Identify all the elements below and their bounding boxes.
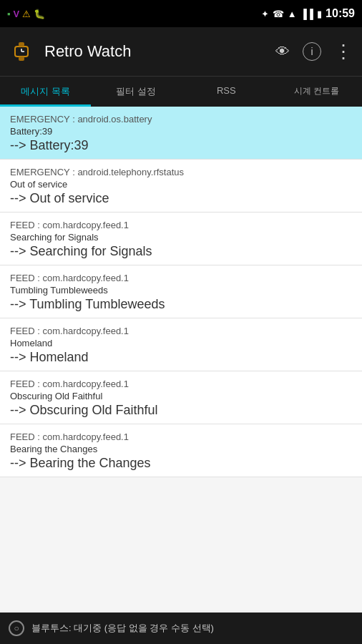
list-item[interactable]: FEED : com.hardcopy.feed.1 Tumbling Tumb… <box>0 265 362 318</box>
message-content: Tumbling Tumbleweeds <box>10 285 352 296</box>
app-bar-actions: 👁 i ⋮ <box>275 41 353 63</box>
status-left-icons: ▪ V ⚠ 🐛 <box>7 9 45 19</box>
message-arrow: --> Obscuring Old Faithful <box>10 403 352 418</box>
icon-green-square: ▪ <box>7 9 11 19</box>
bluetooth-status-icon: ○ <box>9 620 24 636</box>
message-arrow: --> Searching for Signals <box>10 244 352 259</box>
status-bar: ▪ V ⚠ 🐛 ✦ ☎ ▲ ▐▐ ▮ 10:59 <box>0 0 362 27</box>
message-content: Homeland <box>10 338 352 348</box>
app-bar: Retro Watch 👁 i ⋮ <box>0 27 362 76</box>
message-source: FEED : com.hardcopy.feed.1 <box>10 431 352 442</box>
bluetooth-icon: ✦ <box>261 9 269 19</box>
more-menu-button[interactable]: ⋮ <box>334 41 353 63</box>
message-arrow: --> Bearing the Changes <box>10 456 352 471</box>
app-title: Retro Watch <box>44 42 265 61</box>
message-list: EMERGENCY : android.os.battery Battery:3… <box>0 107 362 610</box>
tab-bar: 메시지 목록 필터 설정 RSS 시계 컨트롤 <box>0 76 362 107</box>
icon-bug: 🐛 <box>34 9 45 19</box>
message-source: EMERGENCY : android.telephony.rfstatus <box>10 167 352 177</box>
bottom-bar: ○ 블루투스: 대기중 (응답 없을 경우 수동 선택) <box>0 613 362 644</box>
message-arrow: --> Tumbling Tumbleweeds <box>10 297 352 312</box>
message-source: EMERGENCY : android.os.battery <box>10 114 352 125</box>
list-item[interactable]: EMERGENCY : android.os.battery Battery:3… <box>0 107 362 160</box>
wifi-icon: ▲ <box>288 9 297 19</box>
message-content: Obscuring Old Faithful <box>10 391 352 401</box>
phone-icon: ☎ <box>273 9 284 19</box>
list-item[interactable]: FEED : com.hardcopy.feed.1 Homeland --> … <box>0 318 362 371</box>
message-source: FEED : com.hardcopy.feed.1 <box>10 379 352 389</box>
message-arrow: --> Battery:39 <box>10 138 352 153</box>
list-item[interactable]: FEED : com.hardcopy.feed.1 Searching for… <box>0 213 362 265</box>
list-item[interactable]: FEED : com.hardcopy.feed.1 Obscuring Old… <box>0 371 362 424</box>
list-item[interactable]: EMERGENCY : android.telephony.rfstatus O… <box>0 160 362 213</box>
message-source: FEED : com.hardcopy.feed.1 <box>10 326 352 336</box>
message-content: Bearing the Changes <box>10 444 352 454</box>
status-right-icons: ✦ ☎ ▲ ▐▐ ▮ 10:59 <box>261 7 355 20</box>
message-arrow: --> Out of service <box>10 191 352 206</box>
svg-rect-4 <box>19 42 24 47</box>
icon-purple-v: V <box>14 9 20 19</box>
tab-rss[interactable]: RSS <box>181 77 272 107</box>
tab-watch[interactable]: 시계 컨트롤 <box>272 77 363 107</box>
info-button[interactable]: i <box>303 42 321 61</box>
message-source: FEED : com.hardcopy.feed.1 <box>10 220 352 230</box>
tab-filter[interactable]: 필터 설정 <box>91 77 182 107</box>
message-content: Out of service <box>10 179 352 190</box>
battery-icon: ▮ <box>317 9 322 19</box>
app-logo <box>9 39 34 64</box>
message-content: Battery:39 <box>10 126 352 137</box>
tab-messages[interactable]: 메시지 목록 <box>0 77 91 107</box>
eye-button[interactable]: 👁 <box>275 44 290 60</box>
list-item[interactable]: FEED : com.hardcopy.feed.1 Bearing the C… <box>0 424 362 477</box>
message-source: FEED : com.hardcopy.feed.1 <box>10 273 352 283</box>
signal-icon: ▐▐ <box>300 9 313 19</box>
bluetooth-status-text: 블루투스: 대기중 (응답 없을 경우 수동 선택) <box>31 622 214 635</box>
message-arrow: --> Homeland <box>10 350 352 365</box>
svg-rect-5 <box>19 57 24 61</box>
status-time: 10:59 <box>326 7 355 20</box>
icon-warning: ⚠ <box>22 9 31 19</box>
message-content: Searching for Signals <box>10 232 352 243</box>
